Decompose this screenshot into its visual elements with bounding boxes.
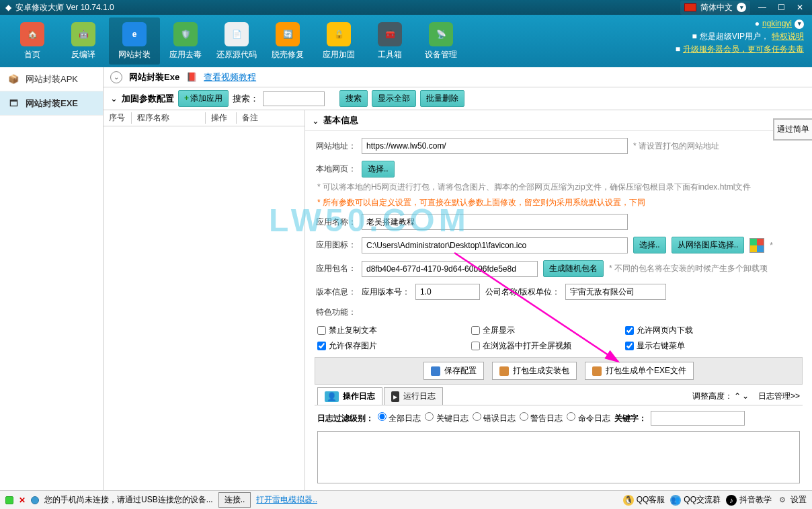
icon-path-input[interactable] <box>362 237 628 253</box>
log-level-error[interactable]: 错误日志 <box>473 412 516 424</box>
toolbar-home[interactable]: 🏠 首页 <box>7 17 58 65</box>
log-level-key[interactable]: 关键日志 <box>425 412 468 424</box>
build-exe-button[interactable]: 打包生成单个EXE文件 <box>585 362 694 380</box>
company-label: 公司名称/版权单位： <box>485 286 560 298</box>
upgrade-link[interactable]: 升级服务器会员，更可多任务去毒 <box>683 43 804 56</box>
title-bar: ◆ 安卓修改大师 Ver 10.74.1.0 简体中文 ▾ — ☐ ✕ <box>0 0 812 15</box>
chevron-down-icon: ▾ <box>737 3 746 12</box>
led-blue-icon <box>31 496 39 504</box>
log-tab-operation[interactable]: 👤操作日志 <box>317 387 382 405</box>
search-button[interactable]: 搜索 <box>339 90 368 107</box>
feat-fullscreen[interactable]: 全屏显示 <box>471 325 571 336</box>
toolbar-reinforce[interactable]: 🔒 应用加固 <box>313 17 364 65</box>
url-hint: * 请设置打包的网站地址 <box>633 141 719 152</box>
emulator-link[interactable]: 打开雷电模拟器.. <box>256 494 317 506</box>
search-label: 搜索： <box>233 93 259 105</box>
apk-icon: 📦 <box>7 73 20 86</box>
main-panel: ⌄ 网站封装Exe 📕 查看视频教程 ⌄ 加固参数配置 添加应用 搜索： 搜索 … <box>104 67 812 490</box>
username-link[interactable]: ngkingyi <box>762 17 792 30</box>
feat-context-menu[interactable]: 显示右键菜单 <box>625 340 693 352</box>
toolbar-unpack-fix[interactable]: 🔄 脱壳修复 <box>262 17 313 65</box>
pkg-input[interactable] <box>362 261 538 277</box>
ie-icon: e <box>122 22 147 46</box>
log-tab-run[interactable]: ▸运行日志 <box>384 387 443 405</box>
lock-icon: 🔒 <box>327 22 351 46</box>
log-level-all[interactable]: 全部日志 <box>378 412 421 424</box>
maximize-button[interactable]: ☐ <box>774 2 788 13</box>
toolbar-web-package[interactable]: e 网站封装 <box>109 17 160 65</box>
side-pass-button[interactable]: 通过简单 <box>773 118 812 141</box>
show-all-button[interactable]: 显示全部 <box>372 90 416 107</box>
app-name-label: 应用名称： <box>315 217 356 228</box>
sidebar-item-exe[interactable]: 🗔 网站封装EXE <box>0 91 103 116</box>
collapse-icon[interactable]: ⌄ <box>110 71 122 83</box>
package-icon <box>592 366 602 376</box>
pkg-label: 应用包名： <box>315 263 356 274</box>
height-up-button[interactable]: ⌃ <box>734 391 741 401</box>
add-app-button[interactable]: 添加应用 <box>178 90 229 107</box>
action-bar: 保存配置 打包生成安装包 打包生成单个EXE文件 <box>315 357 803 385</box>
collapse-icon[interactable]: ⌄ <box>312 116 319 126</box>
led-green-icon <box>5 496 13 504</box>
radar-icon: 📡 <box>429 22 453 46</box>
local-label: 本地网页： <box>315 163 356 175</box>
toolbar-toolbox[interactable]: 🧰 工具箱 <box>364 17 415 65</box>
settings-link[interactable]: ⚙设置 <box>777 494 807 506</box>
param-title: 加固参数配置 <box>122 93 174 105</box>
build-installer-button[interactable]: 打包生成安装包 <box>492 362 577 380</box>
app-list-panel: 序号 程序名称 操作 备注 <box>104 110 305 490</box>
book-icon: 📕 <box>186 72 197 82</box>
toolbar-antivirus[interactable]: 🛡️ 应用去毒 <box>160 17 211 65</box>
gen-pkg-button[interactable]: 生成随机包名 <box>543 260 604 277</box>
keyword-input[interactable] <box>651 411 745 426</box>
android-icon: 🤖 <box>71 22 95 46</box>
flag-icon <box>684 3 696 11</box>
version-input[interactable] <box>415 284 480 300</box>
language-selector[interactable]: 简体中文 ▾ <box>680 1 750 15</box>
toolbar-device-manage[interactable]: 📡 设备管理 <box>415 17 466 65</box>
local-hint: * 可以将本地的H5网页进行打包，请将包含图片、脚本的全部网页压缩为zip文件，… <box>317 182 803 193</box>
basic-info-title: 基本信息 <box>323 114 358 126</box>
url-input[interactable] <box>362 138 628 154</box>
log-level-cmd[interactable]: 命令日志 <box>567 412 610 424</box>
toolbar-restore-source[interactable]: 📄 还原源代码 <box>211 17 262 65</box>
height-down-button[interactable]: ⌄ <box>742 391 749 401</box>
feat-label: 特色功能： <box>315 307 356 318</box>
app-logo-icon: ◆ <box>5 3 11 12</box>
app-name-input[interactable] <box>362 214 628 230</box>
minimize-button[interactable]: — <box>756 2 769 13</box>
feat-browser-video[interactable]: 在浏览器中打开全屏视频 <box>471 340 571 352</box>
batch-delete-button[interactable]: 批量删除 <box>420 90 464 107</box>
tutorial-link[interactable]: 查看视频教程 <box>204 71 256 83</box>
log-level-warn[interactable]: 警告日志 <box>520 412 563 424</box>
home-icon: 🏠 <box>20 22 44 46</box>
vip-privilege-link[interactable]: 特权说明 <box>772 30 804 43</box>
company-input[interactable] <box>565 284 666 300</box>
feat-save-img[interactable]: 允许保存图片 <box>317 340 377 352</box>
icon-net-button[interactable]: 从网络图库选择.. <box>672 237 745 253</box>
collapse-icon[interactable]: ⌄ <box>110 93 118 104</box>
status-message: 您的手机尚未连接，请通过USB连接您的设备... <box>44 494 213 506</box>
close-button[interactable]: ✕ <box>793 2 807 13</box>
feat-no-copy[interactable]: 禁止复制文本 <box>317 325 377 336</box>
icon-select-button[interactable]: 选择.. <box>633 237 666 253</box>
favicon-preview <box>749 238 764 253</box>
log-mgmt-link[interactable]: 日志管理>> <box>758 391 800 402</box>
ver-label: 版本信息： <box>315 286 356 298</box>
feat-allow-download[interactable]: 允许网页内下载 <box>625 325 693 336</box>
toolbar-decompile[interactable]: 🤖 反编译 <box>58 17 109 65</box>
save-config-button[interactable]: 保存配置 <box>423 362 484 380</box>
user-info-panel: ●ngkingyi▾ ■您是超级VIP用户，特权说明 ■升级服务器会员，更可多任… <box>676 17 804 56</box>
sidebar-item-apk[interactable]: 📦 网站封装APK <box>0 67 103 91</box>
search-input[interactable] <box>263 91 325 106</box>
qq-service-link[interactable]: 🐧QQ客服 <box>623 494 665 506</box>
main-toolbar: 🏠 首页 🤖 反编译 e 网站封装 🛡️ 应用去毒 📄 还原源代码 🔄 脱壳修复… <box>0 15 812 67</box>
select-local-button[interactable]: 选择.. <box>362 161 395 178</box>
chevron-down-icon[interactable]: ▾ <box>795 19 804 29</box>
page-title: 网站封装Exe <box>129 71 179 83</box>
qq-group-link[interactable]: 👥QQ交流群 <box>670 494 721 506</box>
connect-button[interactable]: 连接.. <box>218 492 251 508</box>
douyin-link[interactable]: ♪抖音教学 <box>726 494 772 506</box>
keyword-label: 关键字： <box>614 413 647 424</box>
pkg-hint: * 不同的包名将在安装的时候产生多个卸载项 <box>609 263 768 274</box>
